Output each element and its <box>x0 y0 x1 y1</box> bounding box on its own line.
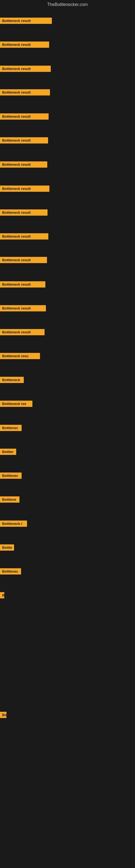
bottleneck-result-bar: Bottleneck result <box>0 137 48 144</box>
bottleneck-result-bar: Bottleneck result <box>0 89 50 95</box>
bottleneck-result-bar: Bottleneck result <box>0 257 47 263</box>
site-title: TheBottlenecker.com <box>0 0 135 10</box>
bottleneck-result-bar: Bottleneck result <box>0 41 49 48</box>
bottleneck-result-bar: Bottleneck result <box>0 209 48 216</box>
bottleneck-result-bar: Bottleneck result <box>0 18 52 24</box>
bottleneck-result-bar: B <box>0 592 4 598</box>
bottleneck-result-bar: Bottlene <box>0 496 19 503</box>
bottleneck-result-bar: Bottlenec <box>0 425 21 431</box>
bottleneck-result-bar: Bottlenec <box>0 472 21 479</box>
bottleneck-result-bar: Bottleneck result <box>0 281 45 287</box>
bottleneck-result-bar: Bottleneck result <box>0 233 48 240</box>
bottleneck-result-bar: Bottler <box>0 448 16 455</box>
bottleneck-result-bar: Bottle <box>0 545 14 551</box>
bottleneck-result-bar: Bottleneck result <box>0 113 49 120</box>
bottleneck-result-bar: Bottleneck resu <box>0 353 40 359</box>
bottleneck-result-bar: Bottleneck res <box>0 401 32 407</box>
bottleneck-result-bar: Bottleneck r <box>0 521 27 527</box>
bottleneck-result-bar: Bottleneck <box>0 377 24 383</box>
bottleneck-result-bar: Bottleneck result <box>0 329 45 335</box>
bottleneck-result-bar: Bottleneck result <box>0 66 51 72</box>
bottleneck-result-bar: Bottleneck result <box>0 186 49 192</box>
bottleneck-result-bar: Bottleneck result <box>0 161 47 167</box>
bottleneck-result-bar: Bottlenec <box>0 568 21 575</box>
bottleneck-result-bar: Bo <box>0 712 6 718</box>
bottleneck-result-bar: Bottleneck result <box>0 305 46 311</box>
